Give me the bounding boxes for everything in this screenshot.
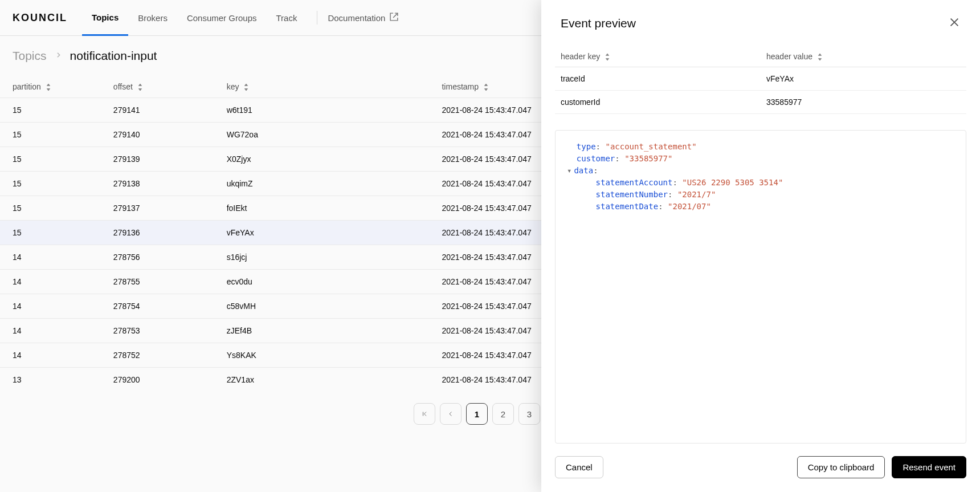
headers-table: header key header value traceIdvFeYAxcus… xyxy=(555,46,966,114)
sort-icon xyxy=(602,52,610,61)
close-icon xyxy=(948,21,961,30)
payload-json-viewer[interactable]: type: "account_statement" customer: "335… xyxy=(555,130,966,444)
drawer-title: Event preview xyxy=(561,17,636,30)
col-header-value-label: header value xyxy=(766,52,812,61)
sort-icon xyxy=(815,52,823,61)
header-key-cell: customerId xyxy=(555,91,761,114)
resend-event-button[interactable]: Resend event xyxy=(892,456,966,478)
header-row: customerId33585977 xyxy=(555,91,966,114)
cancel-button[interactable]: Cancel xyxy=(555,456,603,478)
drawer-footer: Cancel Copy to clipboard Resend event xyxy=(541,444,980,492)
header-key-cell: traceId xyxy=(555,67,761,91)
header-value-cell: vFeYAx xyxy=(761,67,966,91)
header-row: traceIdvFeYAx xyxy=(555,67,966,91)
event-preview-drawer: Event preview header key header value tr… xyxy=(541,0,980,492)
col-header-key[interactable]: header key xyxy=(555,46,761,67)
header-value-cell: 33585977 xyxy=(761,91,966,114)
close-button[interactable] xyxy=(948,16,961,30)
col-header-key-label: header key xyxy=(561,52,600,61)
col-header-value[interactable]: header value xyxy=(761,46,966,67)
drawer-header: Event preview xyxy=(541,0,980,42)
copy-to-clipboard-button[interactable]: Copy to clipboard xyxy=(797,456,885,478)
